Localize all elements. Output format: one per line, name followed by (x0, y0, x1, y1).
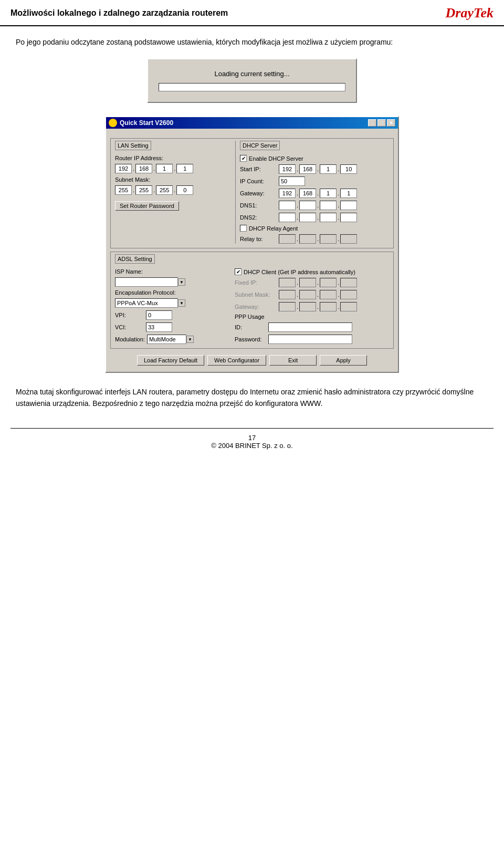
dns2-3[interactable] (320, 213, 337, 222)
isp-name-select[interactable]: ▼ (115, 277, 185, 287)
subnet-2[interactable] (135, 185, 152, 195)
dns1-1[interactable] (279, 201, 296, 210)
fixed-ip-3[interactable] (320, 278, 337, 287)
relay-2[interactable] (299, 234, 316, 244)
subnet-3[interactable] (156, 185, 173, 195)
ppp-password-row: Password: (235, 335, 389, 344)
router-ip-field-row: . . . (115, 164, 231, 173)
adsl-subnet-fields: . . . (279, 290, 357, 299)
dhcp-relay-label[interactable]: DHCP Relay Agent (240, 225, 298, 232)
vpi-row: VPI: (115, 310, 230, 320)
vpi-field[interactable] (146, 310, 172, 320)
fixed-ip-2[interactable] (299, 278, 316, 287)
ppp-password-field[interactable] (268, 335, 352, 344)
dns2-4[interactable] (340, 213, 357, 222)
gw-3[interactable] (320, 189, 337, 198)
subnet-4[interactable] (176, 185, 193, 195)
relay-to-label: Relay to: (240, 236, 277, 242)
restore-button[interactable]: □ (377, 119, 386, 127)
modulation-input[interactable] (147, 335, 186, 344)
adsl-gw-4[interactable] (340, 302, 357, 311)
ip-count-field[interactable] (279, 176, 305, 186)
gw-2[interactable] (299, 189, 316, 198)
vci-label: VCI: (115, 324, 144, 330)
dhcp-client-text: DHCP Client (Get IP address automaticall… (244, 269, 355, 275)
qs-body: LAN Setting Router IP Address: . . (106, 129, 398, 372)
encapsulation-input[interactable] (115, 298, 178, 308)
fixed-ip-4[interactable] (340, 278, 357, 287)
adsl-gw-3[interactable] (320, 302, 337, 311)
adsl-subnet-3[interactable] (320, 290, 337, 299)
start-ip-4[interactable] (340, 164, 357, 174)
vci-field[interactable] (146, 322, 172, 332)
exit-button[interactable]: Exit (269, 355, 317, 366)
isp-name-label: ISP Name: (115, 268, 157, 275)
ppp-section: PPP Usage ID: Password: (235, 314, 389, 344)
dns2-fields: . . . (279, 213, 357, 222)
draytek-logo: DrayTek (446, 5, 494, 21)
adsl-gw-1[interactable] (279, 302, 296, 311)
isp-name-input[interactable] (115, 277, 178, 287)
relay-4[interactable] (340, 234, 357, 244)
fixed-ip-1[interactable] (279, 278, 296, 287)
subnet-mask-label: Subnet Mask: (115, 176, 157, 183)
dns1-label: DNS1: (240, 202, 277, 209)
adsl-right-col: ✔ DHCP Client (Get IP address automatica… (235, 266, 389, 344)
modulation-dropdown-arrow[interactable]: ▼ (186, 336, 194, 343)
modulation-select[interactable]: ▼ (147, 335, 194, 344)
dhcp-client-checkbox[interactable]: ✔ (235, 268, 242, 275)
qs-titlebar-left: Quick Start V2600 (109, 119, 173, 127)
router-ip-1[interactable] (115, 164, 132, 173)
enable-dhcp-label[interactable]: ✔ Enable DHCP Server (240, 155, 303, 162)
gw-1[interactable] (279, 189, 296, 198)
dns2-1[interactable] (279, 213, 296, 222)
start-ip-3[interactable] (320, 164, 337, 174)
page-number: 17 (248, 434, 256, 442)
close-button[interactable]: ✕ (387, 119, 395, 127)
loading-bar-container (159, 83, 345, 91)
adsl-subnet-4[interactable] (340, 290, 357, 299)
dns1-3[interactable] (320, 201, 337, 210)
router-ip-2[interactable] (135, 164, 152, 173)
router-ip-4[interactable] (176, 164, 193, 173)
ppp-id-row: ID: (235, 322, 389, 332)
relay-3[interactable] (320, 234, 337, 244)
adsl-setting-title: ADSL Setting (115, 254, 155, 264)
gw-4[interactable] (340, 189, 357, 198)
start-ip-label: Start IP: (240, 166, 277, 172)
loading-text: Loading current setting... (159, 70, 345, 78)
dns1-4[interactable] (340, 201, 357, 210)
dhcp-relay-checkbox[interactable] (240, 225, 247, 232)
enable-dhcp-checkbox[interactable]: ✔ (240, 155, 247, 162)
router-ip-3[interactable] (156, 164, 173, 173)
isp-name-dropdown-arrow[interactable]: ▼ (178, 278, 185, 286)
encapsulation-select[interactable]: ▼ (115, 298, 185, 308)
isp-name-field-row: ▼ (115, 277, 230, 287)
set-router-password-button[interactable]: Set Router Password (115, 201, 179, 211)
adsl-subnet-2[interactable] (299, 290, 316, 299)
subnet-1[interactable] (115, 185, 132, 195)
load-factory-default-button[interactable]: Load Factory Default (137, 355, 204, 366)
fixed-ip-row: Fixed IP: . . . (235, 278, 389, 287)
fixed-ip-fields: . . . (279, 278, 357, 287)
minimize-button[interactable]: _ (368, 119, 376, 127)
web-configurator-button[interactable]: Web Configurator (207, 355, 266, 366)
dns2-2[interactable] (299, 213, 316, 222)
ppp-id-field[interactable] (268, 322, 352, 332)
apply-button[interactable]: Apply (320, 355, 367, 366)
start-ip-1[interactable] (279, 164, 296, 174)
adsl-gw-2[interactable] (299, 302, 316, 311)
dhcp-client-label[interactable]: ✔ DHCP Client (Get IP address automatica… (235, 268, 355, 275)
vpi-label: VPI: (115, 312, 144, 318)
adsl-subnet-1[interactable] (279, 290, 296, 299)
encapsulation-dropdown-arrow[interactable]: ▼ (178, 299, 185, 307)
router-ip-row: Router IP Address: (115, 155, 231, 161)
router-ip-fields: . . . (115, 164, 193, 173)
adsl-gateway-label: Gateway: (235, 304, 277, 310)
start-ip-2[interactable] (299, 164, 316, 174)
loading-dialog: Loading current setting... (147, 58, 357, 103)
dns1-2[interactable] (299, 201, 316, 210)
copyright: © 2004 BRINET Sp. z o. o. (211, 442, 292, 450)
relay-1[interactable] (279, 234, 296, 244)
lan-dhcp-group: LAN Setting Router IP Address: . . (110, 138, 394, 248)
